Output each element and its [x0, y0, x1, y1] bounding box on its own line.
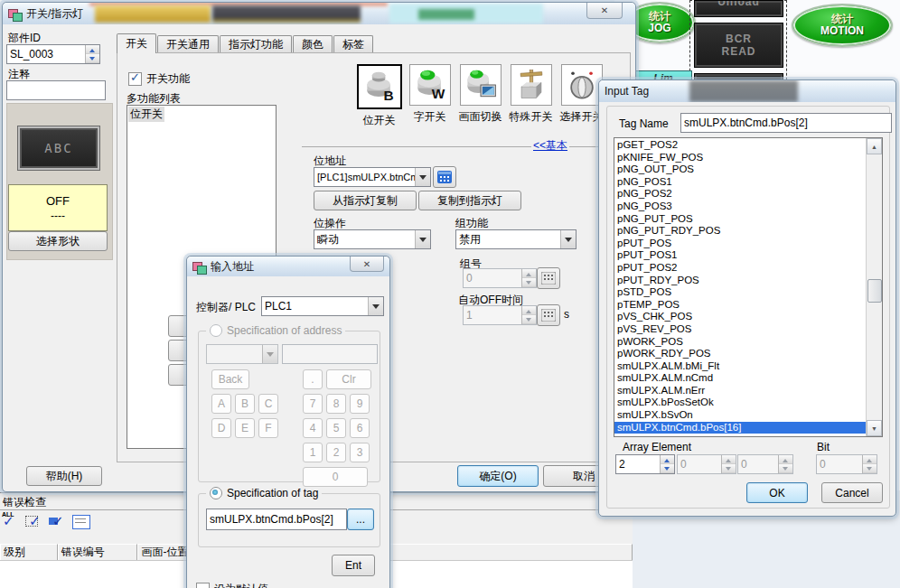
scrollbar-thumb[interactable] [867, 279, 882, 303]
key-Clr[interactable]: Clr [326, 369, 371, 389]
tag-list-item[interactable]: smULPX.btnCmd.bPos[16] [614, 422, 867, 434]
main-dialog-titlebar[interactable]: 开关/指示灯 ✕ [3, 3, 635, 24]
array-element-spinner-2[interactable]: 0 [677, 454, 736, 474]
group-function-combo[interactable]: 禁用 [455, 229, 577, 249]
key-E[interactable]: E [235, 418, 255, 438]
key-.[interactable]: . [303, 369, 323, 389]
tag-list-item[interactable]: pWORK_POS [614, 336, 867, 349]
tag-list-item[interactable]: pKNIFE_FW_POS [614, 152, 867, 164]
key-C[interactable]: C [258, 394, 278, 414]
check-all-icon[interactable]: ALL ✓ [2, 514, 20, 530]
hmi-bcr-read-button[interactable]: BCR READ [694, 23, 783, 68]
tag-list-item[interactable]: pPUT_RDY_POS [614, 275, 867, 287]
tag-name-field[interactable]: smULPX.btnCmd.bPos[2] [680, 113, 892, 133]
input-tag-titlebar[interactable]: Input Tag [599, 80, 895, 102]
switch-type-special[interactable]: 特殊开关 [506, 64, 556, 128]
hmi-unload-button[interactable]: Unload [694, 0, 783, 17]
error-column-header[interactable]: 错误编号 [58, 544, 138, 561]
copy-to-lamp-button[interactable]: 复制到指示灯 [418, 191, 521, 210]
tag-list-item[interactable]: smULPX.ALM.bMi_Flt [614, 360, 867, 373]
key-5[interactable]: 5 [326, 418, 346, 438]
tag-list-item[interactable]: pPUT_POS [614, 238, 867, 250]
close-icon[interactable]: ✕ [350, 257, 384, 272]
scroll-down-icon[interactable]: ▼ [867, 420, 882, 436]
switch-function-row[interactable]: 开关功能 [128, 71, 190, 87]
ok-button[interactable]: 确定(O) [457, 465, 539, 487]
check-screen-icon[interactable]: ✓ [25, 514, 43, 530]
error-list-icon[interactable] [72, 515, 90, 529]
key-F[interactable]: F [258, 418, 278, 438]
tag-list-item[interactable]: pVS_CHK_POS [614, 311, 867, 323]
multifunction-list-item[interactable]: 位开关 [128, 107, 164, 122]
switch-type-word[interactable]: W 字开关 [405, 64, 455, 128]
tag-list-item[interactable]: pPUT_POS2 [614, 262, 867, 275]
key-9[interactable]: 9 [350, 394, 370, 414]
help-button[interactable]: 帮助(H) [26, 466, 102, 486]
group-no-spinner[interactable]: 0 [463, 268, 537, 288]
bit-spinner[interactable]: 0 [816, 454, 877, 474]
key-3[interactable]: 3 [350, 443, 370, 462]
select-shape-button[interactable]: 选择形状 [8, 231, 108, 251]
key-8[interactable]: 8 [326, 394, 346, 414]
ok-button[interactable]: OK [746, 482, 808, 503]
tag-list-item[interactable]: pNG_POS2 [614, 188, 867, 201]
address-value-field[interactable] [282, 344, 378, 364]
address-type-combo[interactable] [206, 344, 278, 364]
tag-list-item[interactable]: pNG_POS3 [614, 201, 867, 213]
basic-link[interactable]: <<基本 [531, 138, 569, 154]
key-1[interactable]: 1 [303, 443, 323, 462]
keypad-popup-button[interactable] [433, 166, 456, 188]
tab-1[interactable]: 开关 [117, 33, 156, 53]
state-preview-box[interactable]: OFF ---- [8, 184, 108, 231]
tag-list-scrollbar[interactable]: ▲ ▼ [866, 138, 882, 436]
tab-5[interactable]: 标签 [333, 35, 373, 53]
close-icon[interactable]: ✕ [586, 3, 623, 19]
key-A[interactable]: A [211, 394, 231, 414]
key-2[interactable]: 2 [326, 443, 346, 462]
switch-type-bit[interactable]: B 位开关 [354, 64, 404, 128]
tag-list-item[interactable]: pPUT_POS1 [614, 249, 867, 262]
key-Back[interactable]: Back [211, 369, 249, 389]
tag-list-item[interactable]: smULPX.ALM.nCmd [614, 372, 867, 385]
error-column-header[interactable]: 级别 [0, 544, 58, 561]
group-no-keypad-button[interactable] [537, 267, 560, 289]
tag-list-item[interactable]: pNG_PUT_RDY_POS [614, 225, 867, 238]
auto-off-spinner[interactable]: 1 [463, 305, 537, 325]
key-7[interactable]: 7 [303, 394, 323, 414]
tag-list-item[interactable]: pWORK_RDY_POS [614, 348, 867, 360]
hmi-motion-button[interactable]: 统计 MOTION [792, 4, 893, 47]
tag-list-item[interactable]: pSTD_POS [614, 286, 867, 299]
tab-2[interactable]: 开关通用 [157, 35, 219, 53]
part-id-field[interactable]: SL_0003 [6, 44, 100, 64]
switch-preview[interactable]: ABC [17, 126, 100, 171]
array-element-spinner-1[interactable]: 2 [615, 454, 675, 474]
tag-list-item[interactable]: smULPX.bSvOn [614, 409, 867, 422]
browse-button[interactable]: ... [347, 509, 374, 530]
cancel-button[interactable]: Cancel [821, 482, 883, 503]
tag-value-field[interactable]: smULPX.btnCmd.bPos[2] [206, 509, 347, 530]
auto-off-keypad-button[interactable] [537, 304, 560, 326]
address-spec-radio[interactable] [210, 324, 222, 337]
tab-4[interactable]: 颜色 [293, 35, 333, 53]
array-element-spinner-3[interactable]: 0 [737, 454, 793, 474]
tag-list-item[interactable]: pNG_OUT_POS [614, 163, 867, 176]
set-default-checkbox[interactable] [196, 583, 210, 588]
key-4[interactable]: 4 [303, 418, 323, 438]
tag-list-item[interactable]: pGET_POS2 [614, 139, 867, 152]
tag-list-item[interactable]: pNG_POS1 [614, 176, 867, 189]
check-selected-icon[interactable]: ✓ [49, 514, 67, 530]
key-D[interactable]: D [211, 418, 231, 438]
tag-list-item[interactable]: pTEMP_POS [614, 299, 867, 312]
switch-function-checkbox[interactable] [128, 72, 142, 86]
scroll-up-icon[interactable]: ▲ [867, 138, 882, 154]
bit-action-combo[interactable]: 瞬动 [314, 229, 431, 249]
comment-field[interactable] [6, 80, 106, 100]
copy-from-lamp-button[interactable]: 从指示灯复制 [314, 191, 417, 210]
tag-list-item[interactable]: smULPX.bPosSetOk [614, 397, 867, 409]
tab-3[interactable]: 指示灯功能 [220, 35, 292, 53]
tag-list-item[interactable]: smULPX.ALM.nErr [614, 385, 867, 397]
key-6[interactable]: 6 [350, 418, 370, 438]
device-plc-combo[interactable]: PLC1 [261, 296, 384, 316]
switch-type-screen[interactable]: 画面切换 [455, 64, 505, 128]
key-0[interactable]: 0 [303, 467, 368, 487]
